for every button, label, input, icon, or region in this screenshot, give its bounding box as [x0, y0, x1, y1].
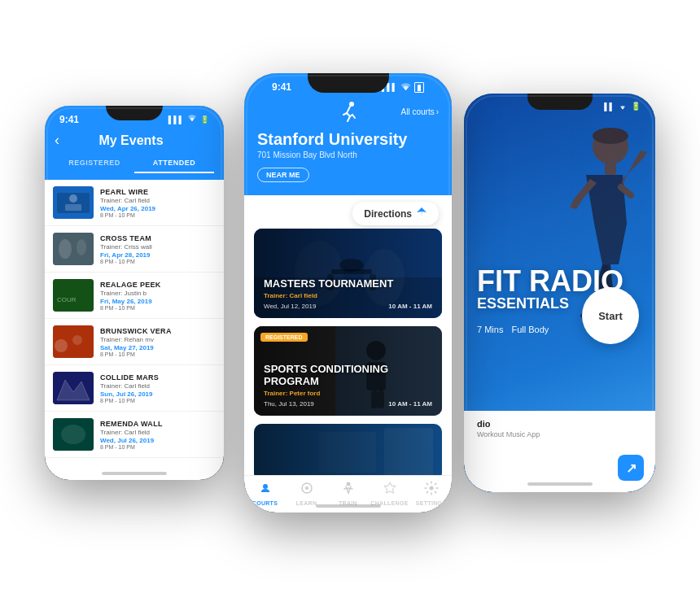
courts-icon	[258, 481, 273, 499]
svg-point-6	[59, 239, 72, 259]
event-thumb	[53, 418, 94, 451]
app-sublabel: Workout Music App	[477, 430, 642, 438]
all-courts-link[interactable]: All courts ›	[401, 107, 439, 116]
near-me-button[interactable]: NEAR ME	[257, 168, 309, 182]
event-info: PEARL WIRE Trainer: Carl field Wed, Apr …	[100, 188, 216, 218]
list-item[interactable]: CROSS TEAM Trainer: Criss wall Fri, Apr …	[45, 226, 224, 273]
event-thumb	[53, 325, 94, 358]
venue-name: Stanford University	[257, 130, 439, 148]
learn-icon	[300, 481, 314, 499]
event-time: 8 PM - 10 PM	[100, 259, 216, 264]
list-item[interactable]: PEARL WIRE Trainer: Carl field Wed, Apr …	[45, 180, 224, 226]
scene: 9:41 ▌▌▌ 🔋 ‹	[0, 0, 700, 615]
event-time: 8 PM - 10 PM	[100, 305, 216, 311]
start-button[interactable]: Start	[582, 287, 639, 344]
battery-icon: ▮	[414, 82, 424, 93]
event-trainer: Trainer: Criss wall	[100, 243, 216, 251]
duration-label: 7 Mins	[477, 325, 503, 334]
nav-settings[interactable]: SETTINGS	[410, 481, 452, 506]
card-trainer: Trainer: Carl field	[264, 292, 432, 299]
event-name: CROSS TEAM	[100, 234, 216, 242]
event-card[interactable]	[254, 424, 442, 475]
nav-courts[interactable]: COURTS	[244, 481, 286, 506]
event-time: 8 PM - 10 PM	[100, 351, 216, 357]
back-button[interactable]: ‹	[55, 132, 59, 149]
event-thumb	[53, 233, 94, 265]
wifi-icon	[618, 102, 628, 111]
event-date: Fri, Apr 28, 2019	[100, 251, 216, 259]
courts-label: COURTS	[252, 500, 278, 506]
svg-point-44	[263, 484, 268, 489]
card-time: 10 AM - 11 AM	[388, 400, 432, 408]
tab-attended[interactable]: ATTENDED	[134, 155, 214, 173]
directions-row: Directions	[244, 195, 452, 229]
event-thumb	[53, 372, 94, 404]
arrow-icon: ↗	[626, 460, 637, 476]
train-icon	[341, 481, 356, 499]
wifi-icon	[400, 83, 411, 92]
card-datetime: Thu, Jul 13, 2019 10 AM - 11 AM	[264, 400, 432, 408]
event-name: REALAGE PEEK	[100, 281, 216, 289]
phone-left: 9:41 ▌▌▌ 🔋 ‹	[45, 106, 224, 480]
list-item[interactable]: BRUNSWICK VERA Trainer: Rehan mv Sat, Ma…	[45, 319, 224, 365]
challenge-icon	[383, 481, 397, 499]
wifi-icon	[187, 115, 197, 124]
svg-point-47	[346, 482, 350, 486]
svg-point-13	[55, 339, 68, 352]
directions-label: Directions	[364, 208, 412, 220]
event-info: BRUNSWICK VERA Trainer: Rehan mv Sat, Ma…	[100, 327, 216, 357]
card-content: MASTERS TOURNAMENT Trainer: Carl field W…	[254, 229, 442, 318]
list-item[interactable]: REMENDA WALL Trainer: Carl field Wed, Ju…	[45, 412, 224, 458]
svg-rect-3	[65, 204, 81, 211]
nav-challenge[interactable]: CHALLENGE	[369, 481, 410, 506]
battery-icon: 🔋	[200, 116, 209, 124]
event-name: COLLIDE MARS	[100, 373, 216, 382]
venue-address: 701 Mission Bay Blvd North	[257, 150, 439, 159]
nav-learn[interactable]: LEARN	[286, 481, 327, 506]
phone-right: ▌▌ 🔋 FIT RADIO ESSENTIALS 7 Mins Full Bo…	[464, 94, 655, 492]
svg-point-14	[72, 335, 82, 345]
svg-point-46	[305, 486, 308, 490]
directions-button[interactable]: Directions	[352, 202, 439, 225]
event-thumb	[53, 186, 94, 219]
arrow-button[interactable]: ↗	[618, 455, 644, 481]
event-time: 8 PM - 10 PM	[100, 398, 216, 403]
center-top-bar: All courts ›	[257, 96, 439, 130]
signal-icon: ▌▌	[604, 102, 615, 111]
svg-point-53	[593, 128, 628, 144]
svg-point-48	[429, 486, 433, 491]
svg-point-20	[61, 425, 85, 444]
event-card[interactable]: MASTERS TOURNAMENT Trainer: Carl field W…	[254, 229, 442, 318]
event-trainer: Trainer: Justin b	[100, 290, 216, 297]
body-label: Full Body	[511, 325, 549, 334]
event-info: CROSS TEAM Trainer: Criss wall Fri, Apr …	[100, 234, 216, 264]
signal-icon: ▌▌▌	[168, 116, 184, 124]
event-time: 8 PM - 10 PM	[100, 212, 216, 218]
event-date: Sun, Jul 26, 2019	[100, 390, 216, 398]
left-page-title: My Events	[64, 133, 198, 148]
learn-label: LEARN	[296, 500, 317, 506]
event-card[interactable]: Registered SPORTS CONDITIONINGPROGRAM Tr…	[254, 326, 442, 416]
event-name: REMENDA WALL	[100, 420, 216, 428]
left-status-icons: ▌▌▌ 🔋	[168, 115, 209, 124]
card-content: SPORTS CONDITIONINGPROGRAM Trainer: Pete…	[254, 326, 442, 416]
event-trainer: Trainer: Carl field	[100, 197, 216, 204]
list-item[interactable]: COUR REALAGE PEEK Trainer: Justin b Fri,…	[45, 273, 224, 319]
left-back-row: ‹ My Events	[45, 129, 224, 155]
battery-icon: 🔋	[631, 102, 641, 111]
tab-registered[interactable]: REGISTERED	[55, 155, 134, 173]
home-indicator	[527, 482, 593, 486]
left-time: 9:41	[59, 114, 79, 125]
event-date: Wed, Jul 26, 2019	[100, 437, 216, 444]
event-info: COLLIDE MARS Trainer: Carl field Sun, Ju…	[100, 373, 216, 403]
card-event-name: MASTERS TOURNAMENT	[264, 278, 432, 290]
card-time: 10 AM - 11 AM	[388, 303, 432, 310]
list-item[interactable]: COLLIDE MARS Trainer: Carl field Sun, Ju…	[45, 365, 224, 412]
nav-train[interactable]: TRAIN	[327, 481, 369, 506]
center-time: 9:41	[272, 81, 291, 93]
card-trainer: Trainer: Peter ford	[264, 390, 432, 397]
card-date: Wed, Jul 12, 2019	[264, 303, 316, 310]
navigation-icon	[416, 207, 427, 220]
radio-label: dio	[477, 419, 642, 429]
settings-label: SETTINGS	[416, 500, 446, 506]
